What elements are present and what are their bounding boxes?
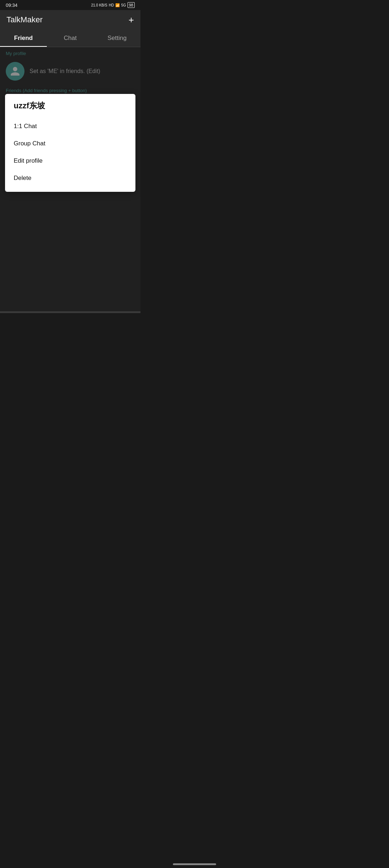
battery-icon: 98 (128, 2, 135, 8)
wifi-icon: 📶 (115, 3, 120, 7)
status-icons: 21.0 KB/S HD 📶 5G 98 (91, 2, 135, 8)
status-time: 09:34 (6, 3, 18, 8)
signal-icon: 5G (121, 3, 126, 7)
context-menu: uzzf东坡 1:1 Chat Group Chat Edit profile … (5, 94, 135, 192)
context-menu-item-1to1chat[interactable]: 1:1 Chat (14, 118, 127, 135)
context-menu-title: uzzf东坡 (14, 100, 127, 111)
page-wrapper: 09:34 21.0 KB/S HD 📶 5G 98 TalkMaker + F… (0, 0, 140, 313)
tab-setting[interactable]: Setting (94, 30, 140, 47)
status-bar: 09:34 21.0 KB/S HD 📶 5G 98 (0, 0, 140, 10)
tabs-bar: Friend Chat Setting (0, 30, 140, 47)
main-content: My profile Set as 'ME' in friends. (Edit… (0, 47, 140, 311)
app-header: TalkMaker + (0, 10, 140, 30)
context-menu-item-delete[interactable]: Delete (14, 169, 127, 187)
context-menu-item-editprofile[interactable]: Edit profile (14, 152, 127, 169)
context-menu-item-groupchat[interactable]: Group Chat (14, 135, 127, 152)
network-speed: 21.0 KB/S (91, 3, 107, 7)
tab-friend[interactable]: Friend (0, 30, 47, 47)
add-button[interactable]: + (129, 15, 134, 24)
tab-chat[interactable]: Chat (47, 30, 94, 47)
app-title: TalkMaker (6, 15, 43, 24)
hd-icon: HD (109, 3, 114, 7)
